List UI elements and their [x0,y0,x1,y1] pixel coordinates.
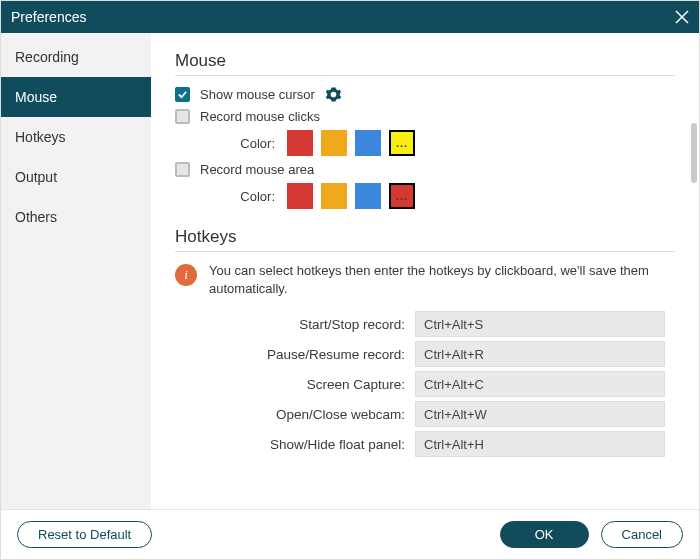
area-color-blue[interactable] [355,183,381,209]
area-color-more[interactable]: ... [389,183,415,209]
clicks-color-row: Color: ... [175,130,675,156]
titlebar: Preferences [1,1,699,33]
sidebar: Recording Mouse Hotkeys Output Others [1,33,151,509]
ok-button[interactable]: OK [500,521,589,548]
record-clicks-label: Record mouse clicks [200,109,320,124]
hotkey-input-float-panel[interactable] [415,431,665,457]
hotkey-label: Show/Hide float panel: [175,437,405,452]
hotkey-row-webcam: Open/Close webcam: [175,401,675,427]
footer: Reset to Default OK Cancel [1,509,699,559]
hotkey-label: Start/Stop record: [175,317,405,332]
area-color-orange[interactable] [321,183,347,209]
sidebar-item-recording[interactable]: Recording [1,37,151,77]
scrollbar-thumb[interactable] [691,123,697,183]
footer-right: OK Cancel [500,521,683,548]
area-color-row: Color: ... [175,183,675,209]
record-clicks-checkbox[interactable] [175,109,190,124]
hotkey-input-webcam[interactable] [415,401,665,427]
preferences-window: Preferences Recording Mouse Hotkeys Outp… [0,0,700,560]
record-clicks-row: Record mouse clicks [175,109,675,124]
sidebar-item-others[interactable]: Others [1,197,151,237]
sidebar-item-hotkeys[interactable]: Hotkeys [1,117,151,157]
area-color-label: Color: [215,189,275,204]
mouse-heading: Mouse [175,51,675,71]
window-title: Preferences [11,9,86,25]
area-color-red[interactable] [287,183,313,209]
hotkey-label: Open/Close webcam: [175,407,405,422]
sidebar-item-mouse[interactable]: Mouse [1,77,151,117]
hotkeys-info: i You can select hotkeys then enter the … [175,262,655,297]
more-dots: ... [396,190,408,202]
divider [175,251,675,252]
clicks-color-red[interactable] [287,130,313,156]
show-cursor-label: Show mouse cursor [200,87,315,102]
hotkey-input-screen-capture[interactable] [415,371,665,397]
hotkey-row-start-stop: Start/Stop record: [175,311,675,337]
gear-icon[interactable] [325,86,342,103]
hotkey-row-screen-capture: Screen Capture: [175,371,675,397]
info-icon: i [175,264,197,286]
hotkey-label: Screen Capture: [175,377,405,392]
show-cursor-checkbox[interactable] [175,87,190,102]
show-cursor-row: Show mouse cursor [175,86,675,103]
hotkey-label: Pause/Resume record: [175,347,405,362]
dialog-body: Recording Mouse Hotkeys Output Others Mo… [1,33,699,509]
more-dots: ... [396,137,408,149]
close-icon[interactable] [675,10,689,24]
hotkey-row-pause-resume: Pause/Resume record: [175,341,675,367]
sidebar-item-output[interactable]: Output [1,157,151,197]
reset-to-default-button[interactable]: Reset to Default [17,521,152,548]
cancel-button[interactable]: Cancel [601,521,683,548]
divider [175,75,675,76]
clicks-color-orange[interactable] [321,130,347,156]
content-pane: Mouse Show mouse cursor Record mouse cli… [151,33,699,509]
record-area-row: Record mouse area [175,162,675,177]
hotkeys-heading: Hotkeys [175,227,675,247]
record-area-checkbox[interactable] [175,162,190,177]
clicks-color-blue[interactable] [355,130,381,156]
hotkey-input-start-stop[interactable] [415,311,665,337]
clicks-color-more[interactable]: ... [389,130,415,156]
record-area-label: Record mouse area [200,162,314,177]
hotkey-input-pause-resume[interactable] [415,341,665,367]
clicks-color-label: Color: [215,136,275,151]
hotkey-row-float-panel: Show/Hide float panel: [175,431,675,457]
hotkeys-info-text: You can select hotkeys then enter the ho… [209,262,655,297]
